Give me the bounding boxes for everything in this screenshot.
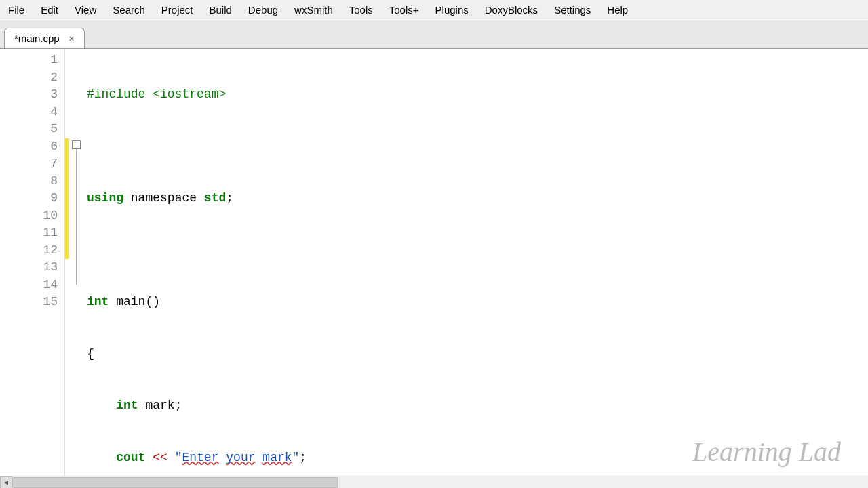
line-number: 14 — [0, 277, 58, 294]
line-number: 4 — [0, 104, 58, 121]
fold-guide — [76, 149, 77, 285]
menu-view[interactable]: View — [66, 1, 104, 18]
horizontal-scrollbar[interactable]: ◄ — [0, 476, 868, 488]
menu-file[interactable]: File — [0, 1, 33, 18]
line-number: 13 — [0, 259, 58, 277]
fold-toggle-icon[interactable]: − — [72, 140, 81, 149]
code-line-7: int mark; — [87, 397, 868, 415]
menu-project[interactable]: Project — [153, 1, 201, 18]
line-number: 6 — [0, 138, 58, 156]
line-number: 15 — [0, 293, 58, 311]
code-line-1: #include <iostream> — [87, 86, 868, 104]
line-number: 3 — [0, 86, 58, 104]
menu-settings[interactable]: Settings — [546, 1, 599, 18]
code-editor[interactable]: 1 2 3 4 5 6 7 8 9 10 11 12 13 14 15 − #i… — [0, 49, 868, 476]
tab-title: *main.cpp — [14, 33, 60, 44]
line-number: 11 — [0, 224, 58, 242]
line-number: 9 — [0, 190, 58, 207]
code-line-3: using namespace std; — [87, 190, 868, 207]
menu-bar: File Edit View Search Project Build Debu… — [0, 0, 868, 20]
menu-build[interactable]: Build — [201, 1, 240, 18]
line-number: 1 — [0, 52, 58, 69]
line-number: 10 — [0, 207, 58, 225]
tab-main-cpp[interactable]: *main.cpp × — [4, 28, 85, 48]
menu-tools[interactable]: Tools — [341, 1, 381, 18]
scrollbar-thumb[interactable] — [12, 477, 338, 488]
fold-column: − — [69, 49, 84, 476]
line-number: 5 — [0, 121, 58, 138]
line-number-gutter: 1 2 3 4 5 6 7 8 9 10 11 12 13 14 15 — [0, 49, 65, 476]
code-line-2 — [87, 138, 868, 156]
menu-search[interactable]: Search — [104, 1, 153, 18]
menu-help[interactable]: Help — [599, 1, 636, 18]
menu-tools-plus[interactable]: Tools+ — [381, 1, 427, 18]
menu-debug[interactable]: Debug — [240, 1, 286, 18]
line-number: 12 — [0, 242, 58, 260]
code-line-8: cout << "Enter your mark"; — [87, 449, 868, 467]
scrollbar-track[interactable] — [12, 476, 868, 489]
menu-edit[interactable]: Edit — [33, 1, 66, 18]
menu-plugins[interactable]: Plugins — [427, 1, 477, 18]
menu-doxyblocks[interactable]: DoxyBlocks — [477, 1, 546, 18]
code-area[interactable]: #include <iostream> using namespace std;… — [84, 49, 868, 476]
code-line-4 — [87, 242, 868, 260]
line-number: 8 — [0, 173, 58, 190]
tab-bar: *main.cpp × — [0, 20, 868, 49]
line-number: 7 — [0, 155, 58, 173]
menu-wxsmith[interactable]: wxSmith — [286, 1, 341, 18]
close-icon[interactable]: × — [66, 33, 77, 44]
code-line-6: { — [87, 346, 868, 363]
scroll-left-icon[interactable]: ◄ — [0, 476, 12, 489]
line-number: 2 — [0, 69, 58, 87]
code-line-5: int main() — [87, 293, 868, 311]
